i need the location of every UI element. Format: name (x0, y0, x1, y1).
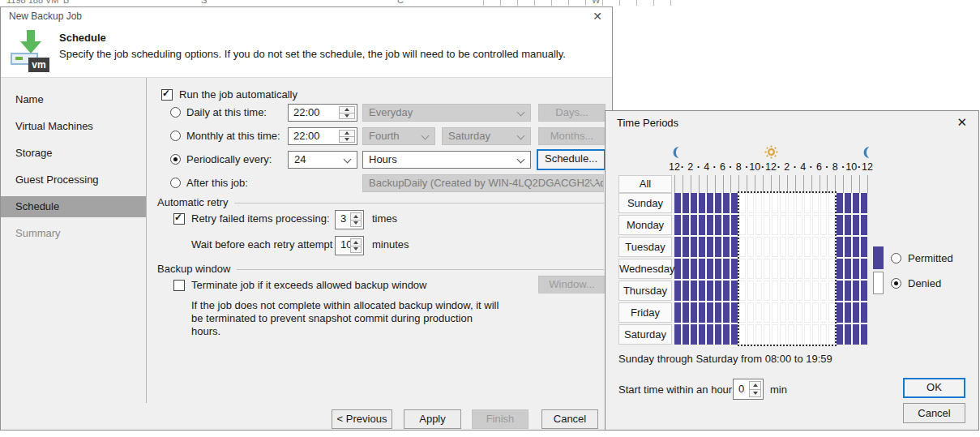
grid-cell-friday-2[interactable] (691, 302, 697, 323)
retry-count-input[interactable]: 3 (335, 210, 364, 229)
day-button-friday[interactable]: Friday (618, 302, 672, 323)
grid-cell-wednesday-7[interactable] (731, 259, 738, 279)
day-button-tuesday[interactable]: Tuesday (618, 237, 672, 257)
daily-time-input[interactable]: 22:00 (288, 104, 357, 122)
grid-cell-tuesday-20[interactable] (837, 237, 843, 257)
grid-cell-sunday-5[interactable] (715, 193, 721, 213)
cancel-button[interactable]: Cancel (541, 409, 598, 429)
grid-cell-thursday-21[interactable] (845, 281, 851, 301)
sidebar-item-name[interactable]: Name (1, 89, 146, 110)
grid-cell-friday-6[interactable] (723, 302, 730, 323)
grid-cell-saturday-4[interactable] (707, 324, 713, 345)
grid-cell-sunday-2[interactable] (691, 193, 697, 213)
grid-cell-saturday-1[interactable] (683, 324, 689, 345)
periodically-value-dropdown[interactable]: 24 (288, 151, 357, 169)
terminate-checkbox[interactable] (173, 280, 185, 291)
dialog-titlebar[interactable]: New Backup Job ✕ (1, 7, 612, 25)
grid-cell-thursday-7[interactable] (731, 281, 738, 301)
grid-cell-friday-7[interactable] (731, 302, 738, 323)
periodically-unit-dropdown[interactable]: Hours (362, 151, 531, 169)
schedule-grid[interactable] (674, 193, 867, 345)
grid-cell-sunday-22[interactable] (853, 193, 859, 213)
grid-cell-saturday-0[interactable] (674, 324, 681, 345)
grid-cell-wednesday-1[interactable] (683, 259, 689, 279)
grid-cell-monday-4[interactable] (707, 215, 713, 235)
grid-cell-friday-3[interactable] (699, 302, 705, 323)
grid-cell-monday-21[interactable] (845, 215, 851, 235)
day-button-sunday[interactable]: Sunday (618, 193, 672, 213)
grid-cell-tuesday-0[interactable] (674, 237, 681, 257)
grid-cell-thursday-5[interactable] (715, 281, 721, 301)
grid-cell-sunday-7[interactable] (731, 193, 738, 213)
grid-cell-tuesday-2[interactable] (691, 237, 697, 257)
sidebar-item-virtual-machines[interactable]: Virtual Machines (1, 116, 146, 137)
grid-cell-wednesday-21[interactable] (845, 259, 851, 279)
ok-button[interactable]: OK (903, 378, 965, 398)
day-button-saturday[interactable]: Saturday (618, 324, 672, 345)
tp-cancel-button[interactable]: Cancel (903, 403, 965, 423)
grid-cell-tuesday-21[interactable] (845, 237, 851, 257)
daily-time-spinner[interactable] (339, 106, 355, 119)
previous-button[interactable]: < Previous (332, 409, 392, 429)
grid-cell-tuesday-22[interactable] (853, 237, 859, 257)
grid-cell-sunday-0[interactable] (674, 193, 681, 213)
all-rows-button[interactable]: All (618, 175, 672, 193)
retry-count-spinner[interactable] (350, 212, 362, 227)
grid-cell-friday-0[interactable] (674, 302, 681, 323)
grid-cell-saturday-21[interactable] (845, 324, 851, 345)
grid-cell-monday-0[interactable] (674, 215, 681, 235)
grid-cell-saturday-7[interactable] (731, 324, 738, 345)
grid-cell-monday-20[interactable] (837, 215, 843, 235)
sidebar-item-schedule[interactable]: Schedule (1, 196, 146, 217)
grid-cell-monday-23[interactable] (861, 215, 867, 235)
day-button-wednesday[interactable]: Wednesday (618, 259, 672, 279)
monthly-radio[interactable] (170, 131, 181, 141)
grid-cell-saturday-6[interactable] (723, 324, 730, 345)
close-icon[interactable]: ✕ (593, 10, 602, 23)
grid-cell-monday-5[interactable] (715, 215, 721, 235)
start-time-spinner[interactable] (749, 381, 761, 397)
wait-minutes-input[interactable]: 10 (335, 236, 364, 255)
grid-cell-friday-4[interactable] (707, 302, 713, 323)
grid-cell-thursday-23[interactable] (861, 281, 867, 301)
grid-cell-sunday-3[interactable] (699, 193, 705, 213)
grid-cell-tuesday-5[interactable] (715, 237, 721, 257)
grid-cell-thursday-0[interactable] (674, 281, 681, 301)
grid-cell-sunday-21[interactable] (845, 193, 851, 213)
daily-radio[interactable] (170, 107, 181, 118)
run-automatically-checkbox[interactable]: ✓ (161, 89, 173, 101)
grid-cell-monday-22[interactable] (853, 215, 859, 235)
close-icon[interactable]: ✕ (956, 115, 967, 130)
grid-cell-thursday-1[interactable] (683, 281, 689, 301)
grid-cell-monday-2[interactable] (691, 215, 697, 235)
grid-cell-tuesday-7[interactable] (731, 237, 738, 257)
grid-cell-friday-21[interactable] (845, 302, 851, 323)
wait-minutes-spinner[interactable] (350, 238, 362, 253)
grid-cell-thursday-20[interactable] (837, 281, 843, 301)
grid-cell-thursday-2[interactable] (691, 281, 697, 301)
denied-radio[interactable] (891, 278, 901, 289)
grid-cell-monday-1[interactable] (683, 215, 689, 235)
monthly-time-spinner[interactable] (339, 130, 355, 143)
grid-cell-saturday-5[interactable] (715, 324, 721, 345)
apply-button[interactable]: Apply (404, 409, 461, 429)
grid-cell-friday-22[interactable] (853, 302, 859, 323)
grid-cell-tuesday-3[interactable] (699, 237, 705, 257)
after-job-radio[interactable] (170, 178, 181, 188)
monthly-time-input[interactable]: 22:00 (288, 127, 357, 145)
sidebar-item-summary[interactable]: Summary (1, 223, 146, 244)
grid-cell-wednesday-4[interactable] (707, 259, 713, 279)
grid-cell-monday-7[interactable] (731, 215, 738, 235)
grid-cell-friday-5[interactable] (715, 302, 721, 323)
day-button-thursday[interactable]: Thursday (618, 281, 672, 301)
grid-cell-saturday-3[interactable] (699, 324, 705, 345)
grid-cell-wednesday-23[interactable] (861, 259, 867, 279)
grid-cell-wednesday-22[interactable] (853, 259, 859, 279)
grid-cell-sunday-6[interactable] (723, 193, 730, 213)
grid-cell-tuesday-23[interactable] (861, 237, 867, 257)
grid-cell-thursday-3[interactable] (699, 281, 705, 301)
grid-cell-wednesday-3[interactable] (699, 259, 705, 279)
day-button-monday[interactable]: Monday (618, 215, 672, 235)
retry-checkbox[interactable]: ✓ (173, 213, 185, 225)
time-periods-titlebar[interactable]: Time Periods ✕ (606, 111, 978, 134)
